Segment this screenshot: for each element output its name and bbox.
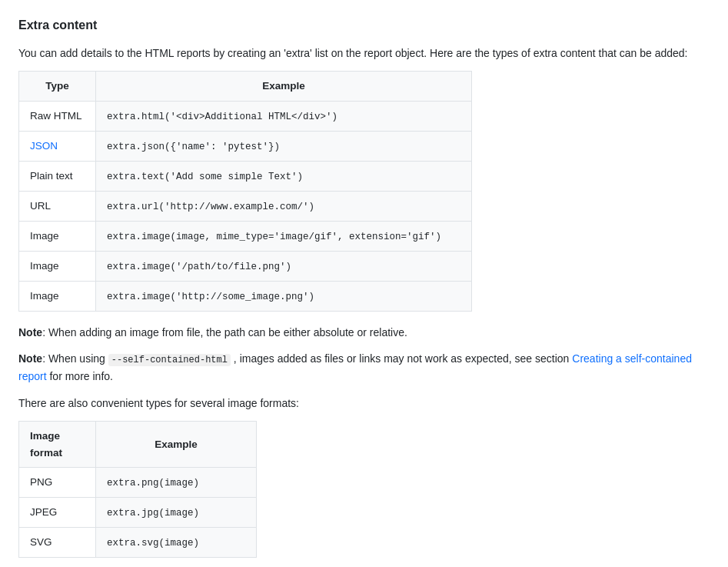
table-row: PNGextra.png(image)	[19, 468, 257, 498]
table-row: Raw HTMLextra.html('<div>Additional HTML…	[19, 101, 472, 131]
section-heading: Extra content	[18, 15, 710, 35]
example-cell: extra.url('http://www.example.com/')	[96, 191, 472, 221]
note2-text-before: : When using	[42, 352, 108, 365]
col-header-format: Image format	[19, 421, 96, 467]
table-row: Imageextra.image('/path/to/file.png')	[19, 251, 472, 281]
table-row: Plain textextra.text('Add some simple Te…	[19, 161, 472, 191]
note2-inline-code: --self-contained-html	[108, 354, 231, 366]
note1-text: : When adding an image from file, the pa…	[42, 326, 407, 339]
type-cell: URL	[19, 191, 96, 221]
type-cell[interactable]: JSON	[19, 131, 96, 161]
img-example-cell: extra.jpg(image)	[96, 498, 257, 528]
example-cell: extra.html('<div>Additional HTML</div>')	[96, 101, 472, 131]
col-header-img-example: Example	[96, 421, 257, 467]
col-header-example: Example	[96, 71, 472, 101]
image-format-table: Image format Example PNGextra.png(image)…	[18, 421, 257, 558]
format-cell: PNG	[19, 468, 96, 498]
type-cell: Image	[19, 281, 96, 311]
example-cell: extra.text('Add some simple Text')	[96, 161, 472, 191]
table-row: Imageextra.image(image, mime_type='image…	[19, 221, 472, 251]
table-row: JSONextra.json({'name': 'pytest'})	[19, 131, 472, 161]
col-header-type: Type	[19, 71, 96, 101]
example-cell: extra.image(image, mime_type='image/gif'…	[96, 221, 472, 251]
example-cell: extra.json({'name': 'pytest'})	[96, 131, 472, 161]
type-cell: Image	[19, 251, 96, 281]
type-link[interactable]: JSON	[30, 140, 58, 152]
img-example-cell: extra.svg(image)	[96, 528, 257, 558]
table-row: Imageextra.image('http://some_image.png'…	[19, 281, 472, 311]
note1-label: Note	[18, 326, 42, 339]
extra-content-table: Type Example Raw HTMLextra.html('<div>Ad…	[18, 71, 472, 312]
note2-text-after: , images added as files or links may not…	[231, 352, 572, 365]
example-cell: extra.image('/path/to/file.png')	[96, 251, 472, 281]
type-cell: Raw HTML	[19, 101, 96, 131]
table-row: URLextra.url('http://www.example.com/')	[19, 191, 472, 221]
image-formats-intro: There are also convenient types for seve…	[18, 395, 710, 412]
table-row: JPEGextra.jpg(image)	[19, 498, 257, 528]
note2-paragraph: Note: When using --self-contained-html ,…	[18, 350, 710, 385]
img-example-cell: extra.png(image)	[96, 468, 257, 498]
format-cell: SVG	[19, 528, 96, 558]
type-cell: Plain text	[19, 161, 96, 191]
note2-text-end: for more info.	[47, 370, 113, 382]
format-cell: JPEG	[19, 498, 96, 528]
note1-paragraph: Note: When adding an image from file, th…	[18, 324, 710, 341]
type-cell: Image	[19, 221, 96, 251]
note2-label: Note	[18, 352, 42, 365]
table-row: SVGextra.svg(image)	[19, 528, 257, 558]
example-cell: extra.image('http://some_image.png')	[96, 281, 472, 311]
intro-paragraph: You can add details to the HTML reports …	[18, 45, 710, 62]
